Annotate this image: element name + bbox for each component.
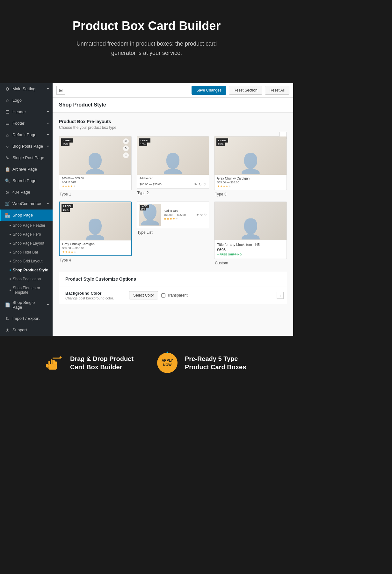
card-right-actions: 👁 ↻ ♡ [123,138,129,158]
top-bar: ⊞ Save Changes Reset Section Reset All [53,83,293,98]
support-icon: ★ [5,327,10,333]
sidebar-sub-item-shop-page-header[interactable]: Shop Page Header [0,221,53,230]
sidebar-sub-item-shop-grid-layout[interactable]: Shop Grid Layout [0,257,53,266]
sidebar-item-footer[interactable]: ▭ Footer ▾ [0,118,53,129]
product-type-1[interactable]: LABEL 15% 👁 ↻ ♡ $65.00 — $55.00 A [59,136,132,196]
label-badge: LABEL [140,205,149,208]
product-type-custom[interactable]: Title for any block item - H5 $696 + FRE… [214,202,287,265]
svg-rect-5 [55,361,57,365]
product-card-type4[interactable]: LABEL 15% Gray Chunky Cardigan $65.00 — … [59,202,132,256]
sidebar-item-support[interactable]: ★ Support [0,324,53,336]
product-type-3[interactable]: LABEL 15% Gray Chunky Cardigan $65.00 — … [214,136,287,196]
product-card-type3[interactable]: LABEL 15% Gray Chunky Cardigan $65.00 — … [214,136,287,190]
discount-badge: 15% [216,142,225,146]
refresh-icon[interactable]: ↻ [200,213,203,217]
star-rating: ★ ★ ★ ★ ★ [217,185,284,188]
archive-icon: 📋 [5,167,10,172]
sidebar-sub-item-shop-product-style[interactable]: Shop Product Style [0,266,53,275]
edit-icon: ✎ [5,155,10,160]
star-filled: ★ [170,217,172,220]
hero-subtitle: Unmatched freedom in product boxes: the … [70,39,223,58]
grid-view-button[interactable]: ⊞ [56,86,65,95]
product-card-type1[interactable]: LABEL 15% 👁 ↻ ♡ $65.00 — $55.00 A [59,136,132,190]
pre-ready-title: Pre-Ready 5 Type Product Card Boxes [185,355,252,371]
import-export-icon: ⇅ [5,316,10,321]
sidebar-item-404-page[interactable]: ⊘ 404 Page [0,187,53,198]
reset-section-button[interactable]: Reset Section [229,86,262,95]
save-changes-button[interactable]: Save Changes [192,86,226,95]
bg-color-desc: Change post background color. [65,296,129,300]
sidebar-item-woocommerce[interactable]: 🛒 WooCommerce ▾ [0,198,53,210]
chevron-icon: ▾ [47,87,49,91]
star-filled: ★ [62,185,64,188]
discount-badge: 15% [61,142,69,146]
product-card-type-list[interactable]: LABEL 15% Add to cart $65.00 — $55.00 ★ … [137,202,209,228]
section-header: Shop Product Style [53,98,293,113]
transparent-checkbox[interactable] [161,293,165,298]
product-type-list[interactable]: LABEL 15% Add to cart $65.00 — $55.00 ★ … [137,202,209,265]
product-card-type2[interactable]: LABEL 15% Add to cart $65.00 — $55.00 👁 … [137,136,209,189]
custom-image [214,202,287,240]
product-type-2[interactable]: LABEL 15% Add to cart $65.00 — $55.00 👁 … [137,136,209,196]
eye-icon[interactable]: 👁 [123,138,129,144]
star-rating: ★ ★ ★ ★ ★ [62,185,129,188]
type-label-custom: Custom [214,261,287,265]
sidebar-item-blog-posts-page[interactable]: ○ Blog Posts Page ▾ [0,141,53,152]
sidebar-item-header[interactable]: ☰ Header ▾ [0,106,53,118]
active-dot-icon [10,269,11,271]
refresh-icon[interactable]: ↻ [199,183,201,186]
reset-all-button[interactable]: Reset All [265,86,289,95]
star-filled: ★ [65,250,68,254]
product-card-custom[interactable]: Title for any block item - H5 $696 + FRE… [214,202,287,259]
star-filled: ★ [217,185,220,188]
add-to-cart[interactable]: Add to cart [140,177,207,180]
heart-icon[interactable]: ♡ [203,183,206,186]
sidebar-item-main-setting[interactable]: ⚙ Main Setting ▾ [0,83,53,95]
star-filled: ★ [68,185,70,188]
sidebar-sub-item-shop-filter-bar[interactable]: Shop Filter Bar [0,248,53,257]
page-icon: 📄 [5,302,10,307]
custom-info: Title for any block item - H5 $696 + FRE… [214,240,287,259]
refresh-icon[interactable]: ↻ [123,145,129,151]
svg-rect-2 [48,361,50,365]
product-type-4[interactable]: LABEL 15% Gray Chunky Cardigan $65.00 — … [59,202,132,265]
footer-icon: ▭ [5,121,10,126]
eye-icon[interactable]: 👁 [194,183,197,186]
select-color-button[interactable]: Select Color [129,291,158,299]
main-content: Shop Product Style Product Box Pre-layou… [53,98,293,336]
custom-price: $696 [217,248,284,252]
sidebar-item-import-export[interactable]: ⇅ Import / Export [0,313,53,324]
sidebar-item-archive-page[interactable]: 📋 Archive Page [0,164,53,175]
star-filled: ★ [172,217,175,220]
discount-badge: 15% [140,208,146,210]
sidebar-item-shop-single-page[interactable]: 📄 Shop Single Page ▾ [0,297,53,313]
heart-icon[interactable]: ♡ [123,152,129,158]
svg-point-6 [46,364,48,368]
card-info-type2: Add to cart [137,175,209,183]
card-image-type4: LABEL 15% [60,202,131,240]
heart-icon[interactable]: ♡ [204,213,207,217]
list-info: Add to cart $65.00 — $55.00 ★ ★ ★ ★ ★ [164,209,193,220]
eye-icon[interactable]: 👁 [196,213,199,217]
color-control: Select Color Transparent [129,291,188,299]
sidebar-item-default-page[interactable]: ⌂ Default Page ▾ [0,129,53,141]
sidebar-sub-item-shop-page-hero[interactable]: Shop Page Hero [0,230,53,239]
sidebar-sub-item-shop-pagination[interactable]: Shop Pagination [0,275,53,283]
sidebar-item-single-post-page[interactable]: ✎ Single Post Page [0,152,53,164]
card-info-type3: Gray Chunky Cardigan $65.00 — $55.00 ★ ★… [214,175,287,190]
sidebar-sub-item-shop-elementor-template[interactable]: Shop Elementor Template [0,283,53,297]
bg-color-label: Background Color [65,291,129,296]
sidebar-item-logo[interactable]: ☆ Logo [0,95,53,106]
add-to-cart[interactable]: Add to cart [164,209,193,212]
hero-title: Product Box Card Builder [13,19,280,33]
add-to-cart[interactable]: Add to cart [62,180,129,184]
transparent-checkbox-wrap: Transparent [161,293,187,298]
sidebar-item-shop-page[interactable]: 🏪 Shop Page [0,210,53,221]
scroll-up-button-customize[interactable]: ↑ [277,292,284,299]
dot-icon [10,261,11,262]
sidebar-item-search-page[interactable]: 🔍 Search Page [0,175,53,187]
sidebar-sub-item-shop-page-layout[interactable]: Shop Page Layout [0,239,53,248]
chevron-icon: ▾ [47,110,49,114]
customize-header: Product Style Customize Options [59,272,287,286]
svg-rect-4 [53,360,55,364]
